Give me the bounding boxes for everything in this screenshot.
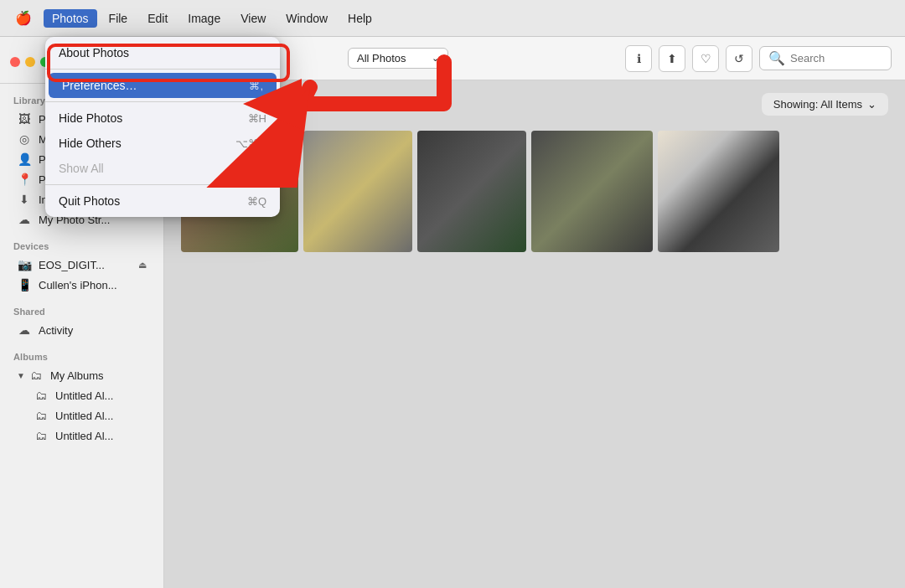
all-photos-label: All Photos <box>357 52 406 64</box>
quit-photos-shortcut: ⌘Q <box>247 195 266 208</box>
showing-chevron-icon: ⌄ <box>867 98 877 111</box>
dropdown-preferences[interactable]: Preferences… ⌘, <box>49 73 277 98</box>
places-icon: 📍 <box>17 173 32 186</box>
menu-item-window[interactable]: Window <box>277 9 336 28</box>
photo-thumb-3[interactable] <box>417 131 526 252</box>
preferences-label: Preferences… <box>62 79 137 92</box>
showing-button[interactable]: Showing: All Items ⌄ <box>762 93 888 116</box>
sidebar-item-my-albums[interactable]: ▼ 🗂 My Albums <box>3 365 160 385</box>
all-photos-dropdown[interactable]: All Photos ⌄ <box>348 48 448 69</box>
eject-icon[interactable]: ⏏ <box>138 260 147 271</box>
info-icon: ℹ <box>637 52 641 65</box>
showing-label: Showing: All Items <box>773 98 862 111</box>
hide-photos-shortcut: ⌘H <box>248 112 266 125</box>
menu-item-edit[interactable]: Edit <box>139 9 176 28</box>
search-icon: 🔍 <box>768 50 785 66</box>
people-icon: 👤 <box>17 152 32 166</box>
dropdown-about-photos[interactable]: About Photos <box>45 40 280 65</box>
dropdown-hide-others[interactable]: Hide Others ⌥⌘H <box>45 131 280 156</box>
sidebar-item-eos[interactable]: 📷 EOS_DIGIT... ⏏ <box>3 255 160 275</box>
show-all-label: Show All <box>59 162 104 175</box>
photo-thumb-2[interactable] <box>303 131 412 252</box>
photo-thumb-4[interactable] <box>531 131 653 252</box>
share-icon: ⬆ <box>667 52 677 65</box>
photo-thumb-5[interactable] <box>658 131 779 252</box>
dropdown-separator-1 <box>45 69 280 70</box>
sidebar-item-iphone[interactable]: 📱 Cullen's iPhon... <box>3 275 160 295</box>
cloud-icon: ☁ <box>17 213 32 226</box>
devices-section-header: Devices <box>0 230 163 255</box>
dropdown-quit-photos[interactable]: Quit Photos ⌘Q <box>45 188 280 214</box>
iphone-icon: 📱 <box>17 278 32 291</box>
quit-photos-label: Quit Photos <box>59 194 120 208</box>
info-button[interactable]: ℹ <box>625 45 652 72</box>
hide-others-label: Hide Others <box>59 137 122 150</box>
hide-photos-label: Hide Photos <box>59 111 122 125</box>
camera-icon: 📷 <box>17 258 32 271</box>
photos-icon: 🖼 <box>17 112 32 126</box>
album-icon-2: 🗂 <box>34 409 49 422</box>
rotate-button[interactable]: ↺ <box>726 45 752 72</box>
search-input[interactable] <box>790 52 882 64</box>
photos-menu-dropdown: About Photos Preferences… ⌘, Hide Photos… <box>45 37 280 217</box>
activity-icon: ☁ <box>17 323 32 337</box>
shared-section-header: Shared <box>0 295 163 320</box>
expand-triangle-icon: ▼ <box>17 371 25 380</box>
window-minimize-button[interactable] <box>25 57 35 67</box>
memories-icon: ◎ <box>17 132 32 146</box>
menu-item-image[interactable]: Image <box>179 9 229 28</box>
dropdown-separator-2 <box>45 101 280 102</box>
dropdown-hide-photos[interactable]: Hide Photos ⌘H <box>45 106 280 131</box>
imports-icon: ⬇ <box>17 193 32 206</box>
sidebar-item-untitled-album-2[interactable]: 🗂 Untitled Al... <box>3 405 160 426</box>
albums-folder-icon: 🗂 <box>28 369 44 382</box>
hide-others-shortcut: ⌥⌘H <box>235 137 266 150</box>
search-bar[interactable]: 🔍 <box>759 46 892 70</box>
dropdown-show-all: Show All <box>45 156 280 181</box>
albums-section-header: Albums <box>0 340 163 365</box>
dropdown-chevron-icon: ⌄ <box>432 53 439 64</box>
menu-item-help[interactable]: Help <box>339 9 380 28</box>
sidebar-item-untitled-album-1[interactable]: 🗂 Untitled Al... <box>3 385 160 405</box>
window-close-button[interactable] <box>10 57 20 67</box>
menu-item-view[interactable]: View <box>232 9 274 28</box>
album-icon-3: 🗂 <box>34 429 49 442</box>
apple-menu-icon[interactable]: 🍎 <box>7 10 40 26</box>
sidebar-item-untitled-album-3[interactable]: 🗂 Untitled Al... <box>3 426 160 446</box>
menu-bar: 🍎 Photos File Edit Image View Window Hel… <box>0 0 905 37</box>
menu-item-file[interactable]: File <box>101 9 137 28</box>
album-icon-1: 🗂 <box>34 389 49 402</box>
share-button[interactable]: ⬆ <box>659 45 685 72</box>
dropdown-separator-3 <box>45 184 280 185</box>
rotate-icon: ↺ <box>734 52 744 65</box>
preferences-shortcut: ⌘, <box>249 80 263 92</box>
about-photos-label: About Photos <box>59 46 129 59</box>
heart-button[interactable]: ♡ <box>692 45 719 72</box>
menu-item-photos[interactable]: Photos <box>44 9 97 28</box>
sidebar-item-activity[interactable]: ☁ Activity <box>3 320 160 340</box>
heart-icon: ♡ <box>701 52 711 65</box>
